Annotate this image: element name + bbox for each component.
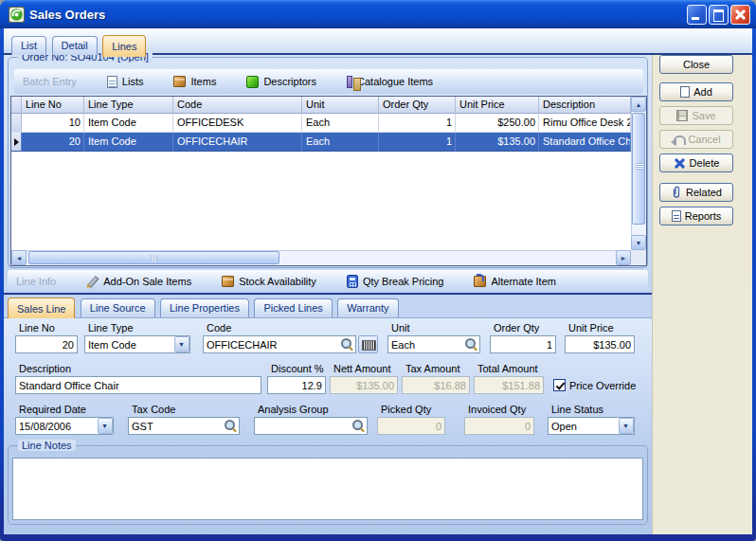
cell-unit[interactable]: Each: [302, 133, 379, 152]
cell-line-no[interactable]: 10: [22, 114, 84, 133]
maximize-button[interactable]: [709, 5, 729, 25]
pen-icon: [86, 276, 99, 288]
minimize-button[interactable]: [687, 5, 707, 25]
search-icon[interactable]: [341, 338, 353, 351]
vertical-scrollbar[interactable]: ▲ ▼: [631, 97, 646, 250]
line-notes-input[interactable]: [12, 458, 643, 520]
picked-qty-field: [377, 417, 445, 435]
box-icon: [222, 276, 234, 287]
lists-label: Lists: [122, 76, 144, 87]
scroll-left-icon[interactable]: ◄: [11, 250, 27, 265]
sales-orders-window: Sales Orders List Detail Lines Order No:…: [0, 0, 756, 541]
cell-line-type[interactable]: Item Code: [84, 133, 173, 152]
search-icon[interactable]: [352, 420, 365, 432]
reports-label: Reports: [685, 210, 722, 222]
cell-unit-price[interactable]: $135.00: [456, 133, 539, 152]
calculator-icon: [347, 275, 358, 288]
unit-price-field[interactable]: [565, 335, 635, 353]
lines-page: Order No: SO40104 [Open] Batch Entry Lis…: [4, 55, 652, 534]
cell-line-type[interactable]: Item Code: [84, 114, 173, 133]
line-notes-group: Line Notes: [8, 445, 648, 525]
price-override-checkbox[interactable]: [553, 379, 566, 391]
new-page-icon: [680, 86, 690, 98]
cell-code[interactable]: OFFICECHAIR: [173, 133, 302, 152]
descriptors-label: Descriptors: [263, 76, 316, 87]
descriptors-button[interactable]: Descriptors: [246, 76, 316, 88]
scroll-up-icon[interactable]: ▲: [631, 97, 646, 112]
vertical-scroll-thumb[interactable]: [632, 113, 645, 225]
col-description[interactable]: Description: [539, 97, 631, 114]
col-line-type[interactable]: Line Type: [84, 97, 173, 114]
tab-line-properties[interactable]: Line Properties: [160, 298, 249, 317]
row-indicator-header: [11, 97, 22, 114]
cell-code[interactable]: OFFICEDESK: [173, 114, 302, 133]
line-no-field[interactable]: [15, 335, 78, 353]
books-icon: [347, 76, 352, 88]
chevron-down-icon[interactable]: [619, 418, 634, 434]
tab-lines[interactable]: Lines: [102, 35, 146, 57]
price-override-label: Price Override: [569, 380, 636, 391]
catalogue-items-button[interactable]: Catalogue Items: [347, 76, 433, 88]
box-icon: [173, 76, 186, 87]
close-button[interactable]: Close: [659, 55, 733, 74]
tab-detail[interactable]: Detail: [52, 36, 98, 55]
table-row[interactable]: 10 Item Code OFFICEDESK Each 1 $250.00 R…: [11, 114, 631, 133]
unit-price-label: Unit Price: [568, 322, 635, 334]
chevron-down-icon[interactable]: [98, 418, 113, 434]
chevron-down-icon[interactable]: [174, 336, 189, 352]
row-indicator-cell: [11, 133, 22, 152]
close-window-button[interactable]: [730, 5, 750, 25]
cell-description[interactable]: Rimu Office Desk 2300: [539, 114, 631, 133]
horizontal-scroll-thumb[interactable]: [28, 251, 279, 264]
cell-unit[interactable]: Each: [302, 114, 379, 133]
col-unit-price[interactable]: Unit Price: [456, 97, 539, 114]
description-field[interactable]: [15, 376, 261, 394]
window-title: Sales Orders: [29, 8, 687, 22]
horizontal-scrollbar[interactable]: ◄ ►: [11, 250, 631, 265]
tax-amount-field: [402, 376, 470, 394]
analysis-group-label: Analysis Group: [258, 404, 368, 415]
col-unit[interactable]: Unit: [302, 97, 379, 114]
tab-picked-lines[interactable]: Picked Lines: [254, 298, 332, 317]
titlebar[interactable]: Sales Orders: [0, 0, 756, 28]
search-icon[interactable]: [225, 420, 237, 432]
add-button[interactable]: Add: [659, 82, 733, 101]
col-line-no[interactable]: Line No: [22, 97, 84, 114]
scroll-right-icon[interactable]: ►: [616, 250, 631, 265]
analysis-group-field[interactable]: [254, 417, 368, 435]
reports-button[interactable]: Reports: [659, 207, 733, 225]
tab-sales-line[interactable]: Sales Line: [8, 298, 75, 318]
cell-unit-price[interactable]: $250.00: [456, 114, 539, 133]
order-qty-field[interactable]: [490, 335, 556, 353]
barcode-icon[interactable]: [358, 335, 378, 353]
addon-sale-items-button[interactable]: Add-On Sale Items: [86, 276, 191, 288]
qty-break-pricing-button[interactable]: Qty Break Pricing: [347, 275, 444, 288]
code-field[interactable]: [203, 335, 356, 353]
cell-order-qty[interactable]: 1: [379, 133, 456, 152]
cell-line-no[interactable]: 20: [22, 133, 84, 152]
paperclip-icon: [671, 186, 682, 199]
search-icon[interactable]: [465, 338, 477, 351]
line-type-label: Line Type: [88, 322, 190, 334]
cell-description[interactable]: Standard Office Chair: [539, 133, 631, 152]
cell-order-qty[interactable]: 1: [379, 114, 456, 133]
tab-warranty[interactable]: Warranty: [337, 298, 398, 317]
related-button[interactable]: Related: [659, 183, 733, 202]
lists-button[interactable]: Lists: [107, 76, 144, 88]
tab-line-source[interactable]: Line Source: [81, 298, 155, 317]
scroll-down-icon[interactable]: ▼: [631, 235, 646, 250]
table-row-selected[interactable]: 20 Item Code OFFICECHAIR Each 1 $135.00 …: [11, 133, 631, 152]
tax-code-field[interactable]: [128, 417, 240, 435]
alternate-item-button[interactable]: Alternate Item: [474, 276, 555, 287]
items-button[interactable]: Items: [173, 76, 216, 87]
discount-field[interactable]: [267, 376, 326, 394]
delete-button[interactable]: Delete: [659, 153, 733, 172]
catalogue-items-label: Catalogue Items: [357, 76, 433, 87]
tab-list[interactable]: List: [11, 36, 46, 55]
action-panel: Close Add Save Cancel Delete: [652, 55, 752, 534]
col-order-qty[interactable]: Order Qty: [379, 97, 456, 114]
scrollbar-corner: [631, 250, 646, 265]
blue-x-icon: [674, 157, 686, 170]
col-code[interactable]: Code: [173, 97, 302, 114]
stock-availability-button[interactable]: Stock Availability: [222, 276, 316, 287]
